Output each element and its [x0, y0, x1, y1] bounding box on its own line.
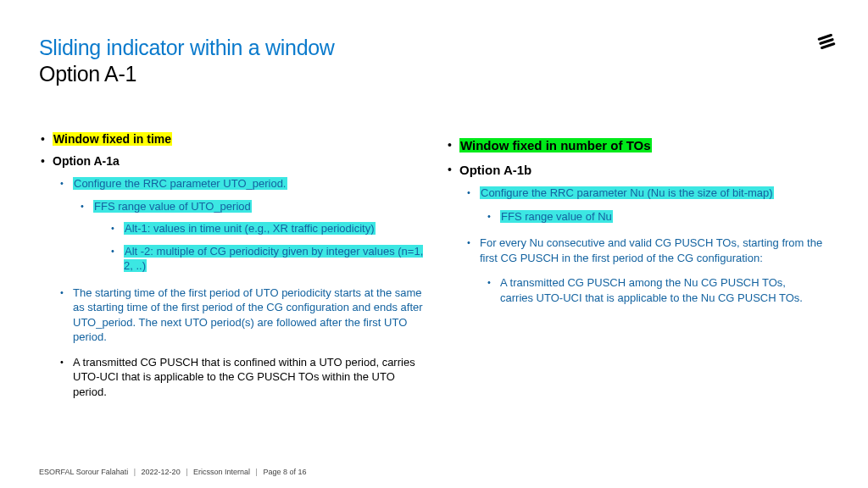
title-block: Sliding indicator within a window Option… — [39, 36, 335, 86]
footer-page: Page 8 of 16 — [263, 468, 306, 476]
right-configure: Configure the RRC parameter Nu (Nu is th… — [480, 186, 836, 201]
slide-footer: ESORFAL Sorour Falahati | 2022-12-20 | E… — [39, 468, 306, 476]
right-transmitted: A transmitted CG PUSCH among the Nu CG P… — [500, 275, 836, 305]
footer-author: ESORFAL Sorour Falahati — [39, 468, 128, 476]
footer-date: 2022-12-20 — [142, 468, 181, 476]
right-option-label: Option A-1b — [459, 163, 836, 177]
slide-subtitle: Option A-1 — [39, 62, 335, 86]
left-starting-time: The starting time of the first period of… — [73, 286, 429, 345]
footer-classification: Ericsson Internal — [193, 468, 250, 476]
footer-separator: | — [256, 468, 258, 476]
slide-title: Sliding indicator within a window — [39, 36, 335, 60]
left-alt1: Alt-1: values in time unit (e.g., XR tra… — [124, 221, 429, 236]
right-for-every: For every Nu consecutive and valid CG PU… — [480, 236, 836, 265]
left-heading: Window fixed in time — [53, 132, 429, 146]
left-transmitted: A transmitted CG PUSCH that is confined … — [73, 355, 429, 400]
left-option-label: Option A-1a — [53, 154, 429, 168]
right-column: Window fixed in number of TOs Option A-1… — [446, 138, 836, 408]
footer-separator: | — [134, 468, 136, 476]
left-alt2: Alt -2: multiple of CG periodicity given… — [124, 244, 429, 274]
left-ffs: FFS range value of UTO_period — [93, 199, 429, 214]
footer-separator: | — [186, 468, 187, 476]
right-ffs: FFS range value of Nu — [500, 209, 836, 225]
content-columns: Window fixed in time Option A-1a Configu… — [39, 132, 836, 408]
left-configure: Configure the RRC parameter UTO_period. — [73, 176, 429, 191]
right-heading: Window fixed in number of TOs — [459, 138, 836, 152]
ericsson-logo-icon — [817, 32, 836, 54]
left-column: Window fixed in time Option A-1a Configu… — [39, 132, 429, 408]
